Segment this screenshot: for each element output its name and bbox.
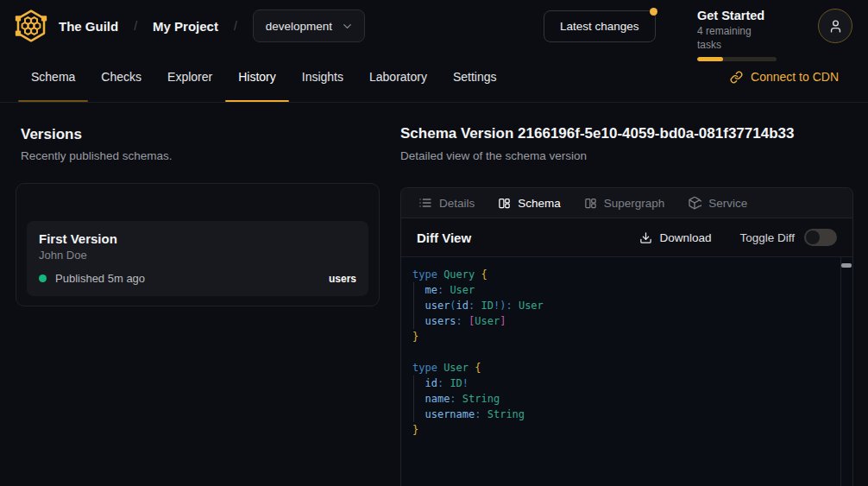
get-started-title: Get Started [697,8,777,23]
nav-tab-insights[interactable]: Insights [289,52,356,102]
list-icon [418,196,432,210]
scrollbar-thumb[interactable] [841,263,852,268]
version-name: First Version [39,231,356,246]
version-status-text: Published 5m ago [55,272,145,285]
link-icon [730,71,743,84]
environment-selector[interactable]: development [253,9,365,42]
nav-tab-history[interactable]: History [225,52,289,102]
nav-tab-explorer[interactable]: Explorer [154,52,225,102]
versions-title: Versions [21,126,82,143]
tab-schema[interactable]: Schema [498,197,561,210]
toggle-diff-label: Toggle Diff [739,231,795,244]
breadcrumb-separator: / [134,19,137,33]
diff-toolbar: Diff View Download Toggle Diff [401,218,852,257]
toggle-diff-switch[interactable] [804,229,837,246]
schema-version-subtitle: Detailed view of the schema version [400,149,587,162]
download-label: Download [659,231,711,244]
diff-view-title: Diff View [417,230,471,245]
hive-logo-icon[interactable] [13,8,49,44]
schema-version-card: Details Schema Supergraph Service Diff V… [400,187,853,486]
version-service-badge: users [329,273,356,285]
code-content: type Query { me: User user(id: ID!): Use… [412,267,833,438]
detail-tabs: Details Schema Supergraph Service [401,188,852,218]
tab-service[interactable]: Service [688,196,747,210]
nav-tab-settings[interactable]: Settings [440,52,510,102]
version-list-item[interactable]: First Version John Doe Published 5m ago … [27,221,368,296]
nav-tab-checks[interactable]: Checks [88,52,154,102]
box-icon [688,196,701,210]
toolbar-actions: Download Toggle Diff [639,229,837,246]
switch-knob [806,230,820,244]
connect-to-cdn-label: Connect to CDN [751,70,839,84]
breadcrumb: The Guild / My Project / development [59,0,365,52]
versions-list: First Version John Doe Published 5m ago … [16,183,380,306]
download-icon [639,231,652,244]
user-icon [828,19,843,34]
schema-version-title: Schema Version 2166196f-5e10-4059-bd0a-0… [400,125,794,142]
panels-icon [498,197,511,210]
tab-supergraph[interactable]: Supergraph [584,197,665,210]
scrollbar-track [840,257,841,486]
user-avatar[interactable] [818,9,852,43]
latest-changes-label: Latest changes [560,20,639,33]
breadcrumb-separator: / [234,19,237,33]
connect-to-cdn-button[interactable]: Connect to CDN [730,52,839,102]
header: The Guild / My Project / development Lat… [0,0,868,52]
version-status-row: Published 5m ago users [39,272,356,285]
panels-icon [584,197,597,210]
nav-tab-schema[interactable]: Schema [18,52,88,102]
notification-dot [650,8,657,16]
download-button[interactable]: Download [639,231,711,244]
nav-tab-laboratory[interactable]: Laboratory [356,52,440,102]
primary-nav: Schema Checks Explorer History Insights … [0,52,868,103]
latest-changes-button[interactable]: Latest changes [544,10,656,42]
breadcrumb-org[interactable]: The Guild [59,19,118,34]
versions-subtitle: Recently published schemas. [21,149,173,162]
app-window: The Guild / My Project / development Lat… [0,0,868,486]
main-content: Versions Recently published schemas. Fir… [0,103,868,486]
environment-selector-value: development [266,20,332,33]
chevron-down-icon [341,20,354,33]
published-status-dot [39,275,47,282]
version-author: John Doe [39,249,356,262]
get-started-subtitle: 4 remaining tasks [697,24,777,52]
tab-details[interactable]: Details [418,196,475,210]
schema-code-viewer[interactable]: type Query { me: User user(id: ID!): Use… [401,257,852,486]
breadcrumb-project[interactable]: My Project [153,19,218,34]
